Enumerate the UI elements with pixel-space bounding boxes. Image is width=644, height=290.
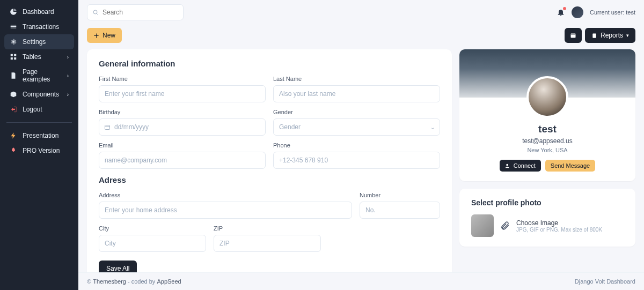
sidebar-item-label: PRO Version <box>23 147 60 154</box>
sidebar-item-pro[interactable]: PRO Version <box>4 143 74 158</box>
notification-dot <box>563 7 566 10</box>
sidebar-item-settings[interactable]: Settings <box>4 34 74 49</box>
gear-icon <box>10 38 17 46</box>
address-label: Address <box>99 192 352 198</box>
sidebar-item-label: Presentation <box>23 132 58 139</box>
svg-rect-8 <box>592 33 596 38</box>
save-button[interactable]: Save All <box>99 261 137 272</box>
sidebar-item-label: Transactions <box>23 23 59 31</box>
chevron-right-icon: › <box>67 73 69 79</box>
svg-line-6 <box>97 13 98 15</box>
profile-email: test@appseed.us <box>468 137 627 145</box>
phone-label: Phone <box>273 142 440 148</box>
footer-copyright: © Themesberg - coded by AppSeed <box>87 278 181 285</box>
sidebar-item-label: Settings <box>23 38 46 46</box>
photo-card: Select profile photo Choose Image JPG, G… <box>459 189 635 247</box>
sidebar-item-page-examples[interactable]: Page examples › <box>4 64 74 87</box>
sidebar-item-label: Components <box>23 91 59 98</box>
profile-avatar <box>526 76 568 118</box>
current-user-label: Current user: test <box>590 9 635 16</box>
sidebar-item-dashboard[interactable]: Dashboard <box>4 4 74 19</box>
birthday-label: Birthday <box>99 109 266 115</box>
divider <box>6 122 72 123</box>
footer: © Themesberg - coded by AppSeed Django V… <box>78 272 644 290</box>
choose-image-hint: JPG, GIF or PNG. Max size of 800K <box>516 227 602 233</box>
topbar: Current user: test <box>78 0 644 25</box>
profile-name: test <box>468 123 627 135</box>
city-input[interactable] <box>99 235 206 252</box>
svg-rect-9 <box>105 125 110 130</box>
choose-image-button[interactable]: Choose Image JPG, GIF or PNG. Max size o… <box>516 219 602 233</box>
clipboard-icon <box>591 33 597 39</box>
svg-rect-3 <box>11 57 13 60</box>
last-name-label: Last Name <box>273 76 440 82</box>
chevron-down-icon: ▾ <box>626 33 629 38</box>
svg-rect-4 <box>14 57 16 60</box>
calendar-icon <box>570 32 576 39</box>
chevron-right-icon: › <box>67 92 69 98</box>
sidebar-item-label: Tables <box>23 53 41 61</box>
city-label: City <box>99 225 206 232</box>
sidebar: Dashboard Transactions Settings Tables ›… <box>0 0 78 290</box>
footer-right[interactable]: Django Volt Dashboard <box>575 278 635 285</box>
profile-card: test test@appseed.us New York, USA Conne… <box>459 49 635 181</box>
email-input[interactable] <box>99 152 266 169</box>
number-input[interactable] <box>360 202 440 219</box>
sidebar-item-transactions[interactable]: Transactions <box>4 19 74 34</box>
svg-rect-2 <box>14 54 16 56</box>
first-name-input[interactable] <box>99 85 266 102</box>
new-button[interactable]: New <box>87 28 122 43</box>
sidebar-item-presentation[interactable]: Presentation <box>4 128 74 143</box>
actionbar: New Reports ▾ <box>78 25 644 49</box>
plus-icon <box>93 33 99 39</box>
sidebar-item-tables[interactable]: Tables › <box>4 49 74 64</box>
profile-location: New York, USA <box>468 147 627 153</box>
sidebar-item-label: Dashboard <box>23 8 54 16</box>
gender-label: Gender <box>273 109 440 115</box>
choose-image-label: Choose Image <box>516 219 602 227</box>
search-input[interactable] <box>87 4 184 20</box>
svg-point-5 <box>93 10 97 14</box>
email-label: Email <box>99 142 266 148</box>
card-icon <box>10 23 17 31</box>
connect-label: Connect <box>514 162 536 169</box>
birthday-input[interactable] <box>99 118 266 136</box>
section-title-general: General information <box>99 59 440 68</box>
footer-brand2[interactable]: AppSeed <box>157 278 181 285</box>
logout-icon <box>10 106 17 113</box>
reports-button-label: Reports <box>601 32 623 39</box>
avatar[interactable] <box>572 6 583 18</box>
search-wrap <box>87 4 184 20</box>
svg-point-11 <box>506 163 508 166</box>
address-input[interactable] <box>99 202 352 219</box>
notifications-button[interactable] <box>557 8 565 17</box>
svg-rect-1 <box>11 54 13 56</box>
sidebar-item-logout[interactable]: Logout <box>4 102 74 117</box>
pie-icon <box>10 8 17 16</box>
sidebar-item-label: Logout <box>23 106 42 113</box>
photo-title: Select profile photo <box>471 198 624 207</box>
zip-input[interactable] <box>214 235 321 252</box>
gender-select[interactable] <box>273 118 440 136</box>
section-title-address: Adress <box>99 175 440 184</box>
box-icon <box>10 91 17 98</box>
photo-thumbnail <box>471 214 494 237</box>
rocket-icon <box>10 147 17 154</box>
zip-label: ZIP <box>214 225 321 232</box>
chevron-right-icon: › <box>67 54 69 60</box>
send-message-button[interactable]: Send Message <box>545 160 595 172</box>
file-icon <box>10 72 17 79</box>
last-name-input[interactable] <box>273 85 440 102</box>
connect-button[interactable]: Connect <box>500 160 541 172</box>
calendar-button[interactable] <box>565 28 582 43</box>
sidebar-item-components[interactable]: Components › <box>4 87 74 102</box>
first-name-label: First Name <box>99 76 266 82</box>
user-plus-icon <box>505 163 511 169</box>
reports-button[interactable]: Reports ▾ <box>585 28 635 43</box>
phone-input[interactable] <box>273 152 440 169</box>
footer-brand1[interactable]: Themesberg <box>93 278 126 285</box>
new-button-label: New <box>103 32 115 39</box>
general-info-card: General information First Name Last Name <box>87 49 452 272</box>
number-label: Number <box>360 192 440 198</box>
calendar-icon <box>104 124 111 130</box>
